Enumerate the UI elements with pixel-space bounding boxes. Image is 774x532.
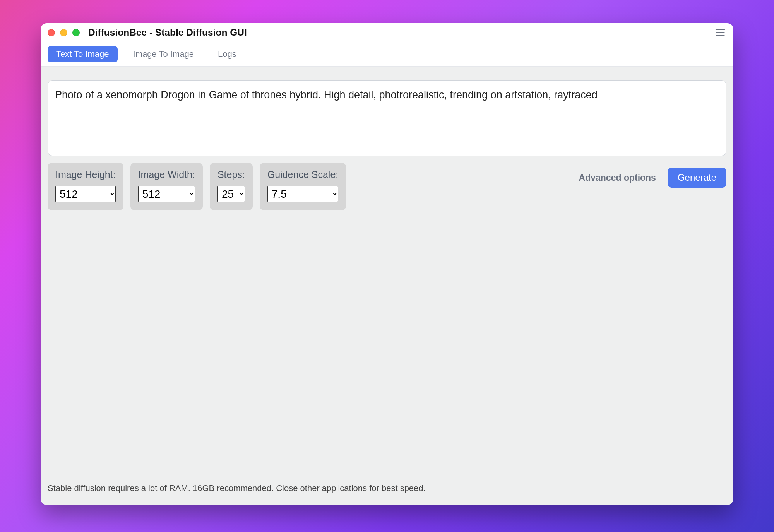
controls-right: Advanced options Generate: [579, 163, 726, 188]
window-controls: [48, 29, 80, 36]
app-window: DiffusionBee - Stable Diffusion GUI Text…: [41, 23, 733, 505]
option-guidance: Guidence Scale: 7.5: [260, 163, 346, 210]
prompt-input[interactable]: [48, 80, 726, 156]
footer-note: Stable diffusion requires a lot of RAM. …: [48, 474, 726, 505]
menu-icon[interactable]: [714, 27, 726, 38]
controls-row: Image Height: 512 Image Width: 512 Steps…: [48, 163, 726, 210]
option-width-label: Image Width:: [138, 169, 195, 180]
minimize-icon[interactable]: [60, 29, 67, 36]
advanced-options-link[interactable]: Advanced options: [579, 173, 656, 183]
tabbar: Text To Image Image To Image Logs: [41, 42, 733, 67]
tab-text-to-image[interactable]: Text To Image: [48, 46, 118, 62]
main-panel: Image Height: 512 Image Width: 512 Steps…: [41, 67, 733, 505]
select-height[interactable]: 512: [55, 186, 116, 202]
option-steps-label: Steps:: [217, 169, 245, 180]
titlebar: DiffusionBee - Stable Diffusion GUI: [41, 23, 733, 42]
tab-image-to-image[interactable]: Image To Image: [125, 46, 202, 62]
select-guidance[interactable]: 7.5: [267, 186, 338, 202]
option-guidance-label: Guidence Scale:: [267, 169, 338, 180]
select-steps[interactable]: 25: [217, 186, 245, 202]
option-width: Image Width: 512: [130, 163, 203, 210]
tab-logs[interactable]: Logs: [209, 46, 245, 62]
option-height: Image Height: 512: [48, 163, 123, 210]
generate-button[interactable]: Generate: [668, 168, 726, 188]
window-title: DiffusionBee - Stable Diffusion GUI: [88, 27, 247, 38]
select-width[interactable]: 512: [138, 186, 195, 202]
fullscreen-icon[interactable]: [72, 29, 80, 36]
close-icon[interactable]: [48, 29, 55, 36]
option-steps: Steps: 25: [210, 163, 253, 210]
option-height-label: Image Height:: [55, 169, 116, 180]
